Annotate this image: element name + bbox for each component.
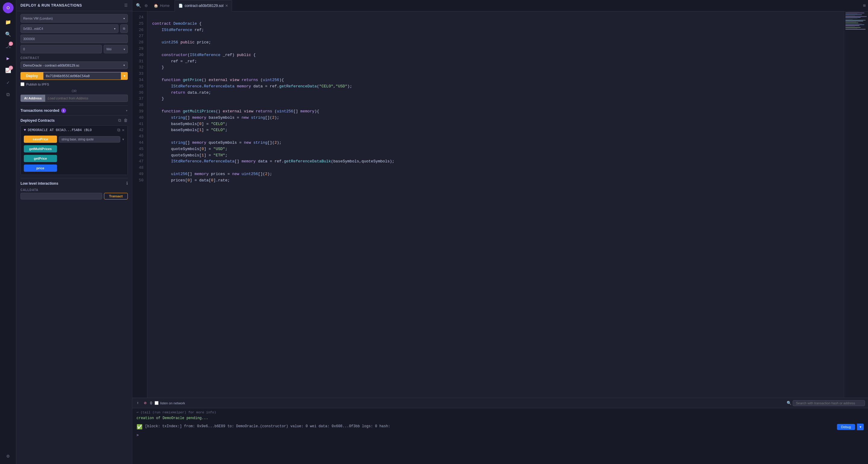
contract-selector[interactable]: DemoOracle - contract-a60bf38129.sc ▾ bbox=[21, 61, 128, 69]
account-row: 0x5B3...eddC4 ▾ ⧉ bbox=[21, 24, 128, 33]
environment-dropdown[interactable]: Remix VM (London) ▾ bbox=[21, 14, 128, 23]
panel-body: Remix VM (London) ▾ 0x5B3...eddC4 ▾ ⧉ 30… bbox=[16, 11, 132, 205]
copy-deployed-icon[interactable]: ⧉ bbox=[118, 118, 121, 123]
console-tx-block: ✅ [block: txIndex:] from: 0x9e6...b6E89 … bbox=[136, 424, 864, 431]
contract-tab-close[interactable]: ✕ bbox=[225, 4, 228, 8]
console-raw-line: ↩ (tail (run remixHelper) for more info) bbox=[136, 410, 864, 415]
tab-bar: 🔍 ⊖ 🏠 Home 📄 contract-a60bf38129.sol ✕ ⊞ bbox=[132, 0, 868, 11]
tab-contract[interactable]: 📄 contract-a60bf38129.sol ✕ bbox=[175, 0, 232, 11]
env-dropdowns: Remix VM (London) ▾ 0x5B3...eddC4 ▾ ⧉ 30… bbox=[21, 14, 128, 53]
delete-deployed-icon[interactable]: 🗑 bbox=[124, 118, 128, 123]
panel-menu-icon[interactable]: ☰ bbox=[124, 3, 128, 8]
deploy-arrow-btn[interactable]: ▾ bbox=[121, 72, 128, 80]
nav-deploy[interactable]: ▶ bbox=[3, 53, 13, 64]
value-row: 0 Wei▾ bbox=[21, 45, 128, 53]
nav-check[interactable]: ✓ bbox=[3, 77, 13, 88]
nav-plugin[interactable]: ⧉ bbox=[3, 89, 13, 100]
nav-analytics[interactable]: 📈 10 bbox=[3, 65, 13, 76]
maximize-icon[interactable]: ⊞ bbox=[863, 3, 866, 8]
main-area: 🔍 ⊖ 🏠 Home 📄 contract-a60bf38129.sol ✕ ⊞… bbox=[132, 0, 868, 464]
minimap bbox=[844, 11, 868, 398]
nav-git[interactable]: ⎇ 1 bbox=[3, 41, 13, 52]
code-text: contract DemoOracle { IStdReference ref;… bbox=[147, 11, 844, 398]
code-content[interactable]: contract DemoOracle { IStdReference ref;… bbox=[147, 11, 844, 398]
value-input[interactable]: 0 bbox=[21, 45, 102, 53]
panel-title: DEPLOY & RUN TRANSACTIONS bbox=[21, 3, 82, 7]
tab-home[interactable]: 🏠 Home bbox=[150, 0, 173, 11]
low-level-info-icon[interactable]: ℹ bbox=[126, 181, 128, 186]
transact-button[interactable]: Transact bbox=[104, 193, 128, 199]
console-collapse-icon[interactable]: ⬆ bbox=[135, 400, 140, 406]
instance-name: DEMOORACLE AT 0X3A3...F5AB4 (BLO bbox=[28, 128, 115, 132]
low-level-header: Low level interactions ℹ bbox=[21, 181, 128, 186]
debug-arrow-btn[interactable]: ▾ bbox=[857, 424, 864, 430]
gas-limit-input[interactable]: 3000000 bbox=[21, 35, 128, 43]
value-unit-dropdown[interactable]: Wei▾ bbox=[104, 45, 128, 53]
top-right-icons: ⊞ bbox=[863, 3, 866, 8]
calldata-label: CALLDATA bbox=[21, 188, 128, 192]
env-row: Remix VM (London) ▾ bbox=[21, 14, 128, 23]
listen-checkbox[interactable] bbox=[155, 401, 158, 405]
instance-close-icon[interactable]: ✕ bbox=[122, 127, 124, 132]
fn-savePrice-row: savePrice ▾ bbox=[21, 134, 127, 144]
deployed-contracts-label: Deployed Contracts bbox=[21, 118, 55, 123]
transactions-label: Transactions recorded bbox=[21, 109, 59, 113]
load-contract-input[interactable] bbox=[45, 95, 128, 102]
deployed-contracts-header: Deployed Contracts ⧉ 🗑 bbox=[21, 115, 128, 125]
listen-label: listen on network bbox=[160, 401, 185, 405]
account-dropdown[interactable]: 0x5B3...eddC4 ▾ bbox=[21, 24, 119, 33]
tab-zoom-icon[interactable]: ⊖ bbox=[144, 1, 149, 10]
nav-search[interactable]: 🔍 bbox=[3, 29, 13, 40]
left-panel: DEPLOY & RUN TRANSACTIONS ☰ Remix VM (Lo… bbox=[16, 0, 132, 464]
console-debug-row: Debug ▾ bbox=[837, 424, 864, 430]
copy-account-btn[interactable]: ⧉ bbox=[120, 24, 128, 33]
calldata-input[interactable] bbox=[21, 193, 102, 199]
console-prompt: > bbox=[136, 432, 864, 438]
contract-tab-label: contract-a60bf38129.sol bbox=[185, 4, 224, 8]
contract-section-label: CONTRACT bbox=[21, 56, 128, 60]
deploy-row: Deploy ▾ bbox=[21, 72, 128, 80]
line-numbers: 24 25 26 27 28 29 30 31 32 33 34 35 36 3… bbox=[132, 11, 147, 398]
console-success-icon: ✅ bbox=[136, 424, 143, 431]
console-pending-line: creation of DemoOracle pending... bbox=[136, 415, 864, 421]
debug-button[interactable]: Debug bbox=[837, 424, 855, 430]
calldata-row: Transact bbox=[21, 193, 128, 199]
console-clear-icon[interactable]: ⊘ bbox=[143, 400, 147, 406]
low-level-label: Low level interactions bbox=[21, 181, 58, 186]
publish-ipfs-label[interactable]: Publish to IPFS bbox=[26, 83, 49, 86]
console-search-icon: 🔍 bbox=[786, 401, 792, 406]
home-tab-icon: 🏠 bbox=[154, 4, 158, 8]
publish-ipfs-checkbox[interactable] bbox=[21, 82, 24, 86]
tab-search-icon[interactable]: 🔍 bbox=[135, 2, 142, 9]
listen-row: listen on network bbox=[155, 401, 185, 405]
nav-files[interactable]: 📁 bbox=[3, 17, 13, 28]
home-tab-label: Home bbox=[160, 4, 170, 8]
transactions-chevron: ▾ bbox=[126, 109, 128, 113]
publish-ipfs-row: Publish to IPFS bbox=[21, 82, 128, 86]
nav-settings[interactable]: ⚙ bbox=[3, 451, 13, 462]
instance-copy-icon[interactable]: ⧉ bbox=[117, 128, 120, 132]
code-editor-area: 24 25 26 27 28 29 30 31 32 33 34 35 36 3… bbox=[132, 11, 868, 398]
deploy-button[interactable]: Deploy bbox=[21, 72, 43, 80]
transactions-count-badge: 1 bbox=[61, 108, 66, 113]
fn-getMultiPrices-button[interactable]: getMultiPrices bbox=[24, 145, 57, 152]
console-tx-text: [block: txIndex:] from: 0x9e6...b6E89 to… bbox=[145, 424, 835, 429]
fn-price-row: price bbox=[21, 163, 127, 175]
panel-header: DEPLOY & RUN TRANSACTIONS ☰ bbox=[16, 0, 132, 11]
at-address-button[interactable]: At Address bbox=[21, 95, 45, 102]
deploy-address-input[interactable] bbox=[43, 72, 121, 80]
fn-getPrice-button[interactable]: getPrice bbox=[24, 155, 57, 162]
fn-price-button[interactable]: price bbox=[24, 164, 57, 172]
fn-savePrice-button[interactable]: savePrice bbox=[24, 135, 57, 143]
instance-caret: ▼ bbox=[24, 128, 26, 132]
console-output: ↩ (tail (run remixHelper) for more info)… bbox=[132, 408, 868, 464]
at-address-row: At Address bbox=[21, 95, 128, 102]
transactions-recorded-row[interactable]: Transactions recorded 1 ▾ bbox=[21, 105, 128, 115]
fn-savePrice-input[interactable] bbox=[59, 136, 120, 143]
console-toolbar: ⬆ ⊘ 0 listen on network 🔍 bbox=[132, 398, 868, 408]
fn-getMultiPrices-row: getMultiPrices bbox=[21, 144, 127, 154]
gas-row: 3000000 bbox=[21, 35, 128, 43]
contract-instance-header[interactable]: ▼ DEMOORACLE AT 0X3A3...F5AB4 (BLO ⧉ ✕ bbox=[21, 126, 127, 134]
fn-savePrice-arrow[interactable]: ▾ bbox=[122, 137, 124, 142]
console-search-input[interactable] bbox=[793, 400, 865, 406]
